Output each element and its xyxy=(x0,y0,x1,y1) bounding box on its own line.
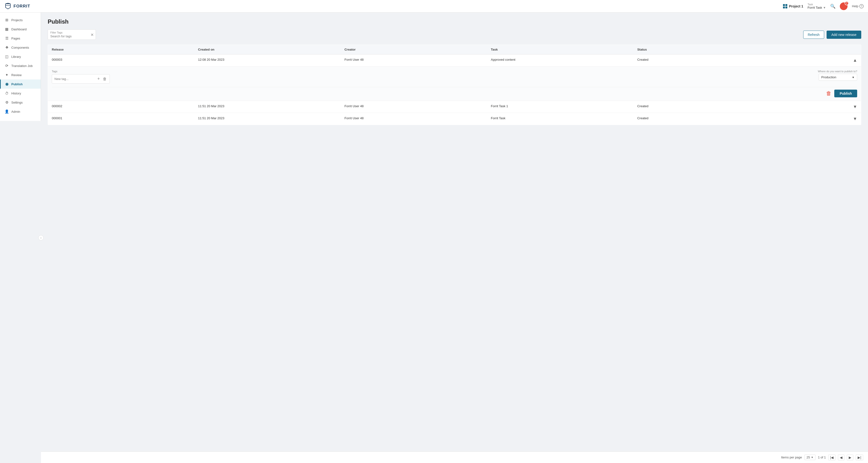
creator-000001: Forrit User 48 xyxy=(341,113,487,125)
destination-chevron-icon: ▼ xyxy=(852,76,855,79)
sidebar-label-components: Components xyxy=(11,46,29,50)
table-row: 000001 11:51 20 Mar 2023 Forrit User 48 … xyxy=(48,113,861,125)
task-000001: Forrit Task xyxy=(487,113,633,125)
projects-icon: ⊞ xyxy=(5,18,9,22)
translation-job-icon: ⟳ xyxy=(5,64,9,68)
table-header: Release Created on Creator Task Status xyxy=(48,45,861,55)
project-selector[interactable]: Project 1 xyxy=(783,4,803,9)
sidebar-item-pages[interactable]: ☰ Pages xyxy=(0,34,41,43)
components-icon: ❖ xyxy=(5,45,9,50)
releases-table: Release Created on Creator Task Status 0… xyxy=(48,44,861,125)
sidebar-label-publish: Publish xyxy=(11,82,23,86)
sidebar-label-admin: Admin xyxy=(11,110,20,114)
svg-rect-4 xyxy=(785,4,787,6)
release-id-000003: 000003 xyxy=(48,55,194,66)
settings-icon: ⚙ xyxy=(5,100,9,104)
task-name: Forrit Task xyxy=(808,6,822,9)
filter-clear-button[interactable]: ✕ xyxy=(91,32,94,37)
creator-000003: Forrit User 48 xyxy=(341,55,487,66)
task-000002: Forrit Task 1 xyxy=(487,101,633,113)
status-000003: Created xyxy=(633,55,780,66)
expand-button-000001[interactable]: ▼ xyxy=(853,116,857,121)
sidebar-item-history[interactable]: ⏱ History xyxy=(0,89,41,98)
sidebar-label-dashboard: Dashboard xyxy=(11,27,27,31)
publish-release-button[interactable]: Publish xyxy=(834,90,857,97)
created-on-000002: 11:51 20 Mar 2023 xyxy=(194,101,341,113)
logo[interactable]: FORRIT xyxy=(4,3,30,10)
filter-tags-box[interactable]: Filter Tags ✕ xyxy=(48,29,96,40)
created-on-000001: 11:51 20 Mar 2023 xyxy=(194,113,341,125)
tag-input[interactable] xyxy=(55,77,95,81)
sidebar-item-components[interactable]: ❖ Components xyxy=(0,43,41,52)
col-status: Status xyxy=(633,45,780,55)
sidebar-item-settings[interactable]: ⚙ Settings xyxy=(0,98,41,107)
sidebar-label-pages: Pages xyxy=(11,37,20,40)
add-release-button[interactable]: Add new release xyxy=(827,31,861,39)
prev-page-button[interactable]: ◀ xyxy=(838,455,844,460)
creator-000002: Forrit User 48 xyxy=(341,101,487,113)
task-000003: Approved content xyxy=(487,55,633,66)
action-buttons: Refresh Add new release xyxy=(803,31,861,39)
add-tag-button[interactable]: + xyxy=(97,76,100,82)
project-name: Project 1 xyxy=(789,4,803,8)
release-id-000001: 000001 xyxy=(48,113,194,125)
page-size-select[interactable]: 25 ▼ xyxy=(804,455,815,460)
delete-tag-button[interactable]: 🗑 xyxy=(102,76,107,82)
col-actions xyxy=(780,45,861,55)
page-size-chevron: ▼ xyxy=(811,456,813,459)
expanded-actions: 🗑 Publish xyxy=(48,87,861,101)
publish-destination-select[interactable]: Production ▼ xyxy=(818,74,857,81)
sidebar-label-translation-job: Translation Job xyxy=(11,64,32,68)
page-title: Publish xyxy=(48,18,861,25)
svg-rect-6 xyxy=(785,6,787,8)
table-row: 000003 12:08 20 Mar 2023 Forrit User 48 … xyxy=(48,55,861,66)
status-000001: Created xyxy=(633,113,780,125)
status-000002: Created xyxy=(633,101,780,113)
task-label: Task xyxy=(808,3,826,6)
publish-icon: ◉ xyxy=(5,82,9,86)
help-icon: ? xyxy=(859,4,864,8)
col-task: Task xyxy=(487,45,633,55)
page-size-value: 25 xyxy=(807,456,810,459)
publish-destination-label: Where do you want to publish to? xyxy=(818,70,857,73)
expand-button-000002[interactable]: ▼ xyxy=(853,104,857,110)
sidebar-item-translation-job[interactable]: ⟳ Translation Job xyxy=(0,61,41,70)
sidebar-item-admin[interactable]: 👤 Admin xyxy=(0,107,41,116)
expand-button-000003[interactable]: ▲ xyxy=(853,58,857,63)
first-page-button[interactable]: |◀ xyxy=(828,455,836,460)
dashboard-icon: ▦ xyxy=(5,27,9,31)
tags-input-row[interactable]: + 🗑 xyxy=(52,74,110,84)
delete-release-button[interactable]: 🗑 xyxy=(826,90,831,97)
sidebar-label-settings: Settings xyxy=(11,101,23,104)
sidebar-item-projects[interactable]: ⊞ Projects xyxy=(0,16,41,25)
filter-tags-label: Filter Tags xyxy=(50,31,87,34)
logo-icon xyxy=(4,3,11,10)
expanded-row-000003: Tags + 🗑 Where do you want to publish to… xyxy=(48,66,861,101)
items-per-page-label: Items per page xyxy=(781,456,802,459)
sidebar-collapse-button[interactable]: ‹ xyxy=(38,235,43,240)
filter-tags-input[interactable] xyxy=(50,34,87,38)
svg-rect-5 xyxy=(783,6,785,8)
table-row: 000002 11:51 20 Mar 2023 Forrit User 48 … xyxy=(48,101,861,113)
help-label: Help xyxy=(852,4,858,8)
admin-icon: 👤 xyxy=(5,110,9,114)
next-page-button[interactable]: ▶ xyxy=(847,455,853,460)
sidebar-item-review[interactable]: ✦ Review xyxy=(0,70,41,80)
last-page-button[interactable]: ▶| xyxy=(856,455,863,460)
refresh-button[interactable]: Refresh xyxy=(803,31,824,39)
col-release: Release xyxy=(48,45,194,55)
sidebar-item-publish[interactable]: ◉ Publish xyxy=(0,80,41,89)
help-button[interactable]: Help ? xyxy=(852,4,864,8)
library-icon: ◫ xyxy=(5,55,9,59)
task-dropdown-icon[interactable]: ▼ xyxy=(823,6,826,9)
search-button[interactable]: 🔍 xyxy=(830,4,836,9)
tags-section: Tags + 🗑 xyxy=(52,70,110,84)
filter-bar: Filter Tags ✕ Refresh Add new release xyxy=(48,29,861,40)
avatar[interactable]: 7 xyxy=(840,2,847,10)
created-on-000003: 12:08 20 Mar 2023 xyxy=(194,55,341,66)
grid-icon xyxy=(783,4,787,9)
sidebar-item-dashboard[interactable]: ▦ Dashboard xyxy=(0,25,41,34)
sidebar-item-library[interactable]: ◫ Library xyxy=(0,52,41,61)
task-section: Task Forrit Task ▼ xyxy=(808,3,826,9)
review-icon: ✦ xyxy=(5,73,9,77)
